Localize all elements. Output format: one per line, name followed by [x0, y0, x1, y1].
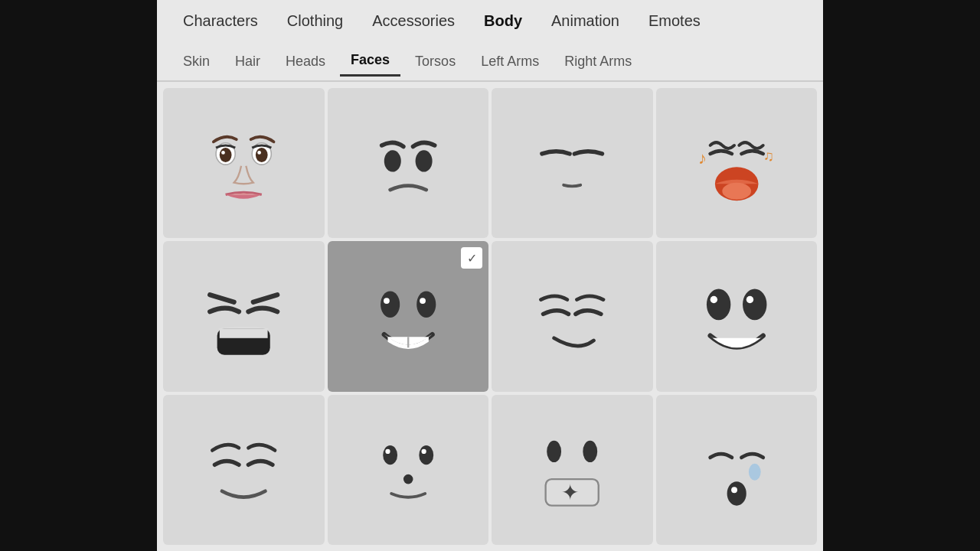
svg-point-11 [722, 182, 751, 199]
face-svg-happy-default [344, 256, 472, 377]
sub-nav-faces[interactable]: Faces [340, 46, 400, 77]
svg-point-18 [706, 289, 730, 320]
face-svg-smile-eyes [672, 256, 801, 377]
face-card-smug[interactable] [163, 395, 325, 545]
svg-point-1 [220, 148, 232, 162]
svg-point-32 [727, 482, 746, 506]
svg-point-7 [415, 150, 432, 171]
sub-nav-left-arms[interactable]: Left Arms [470, 47, 550, 76]
svg-point-24 [385, 449, 390, 454]
svg-point-14 [381, 292, 400, 318]
svg-point-22 [383, 445, 397, 465]
nav-item-body[interactable]: Body [473, 6, 533, 36]
sub-nav-hair[interactable]: Hair [224, 47, 271, 76]
face-card-smile-eyes[interactable] [656, 241, 818, 391]
svg-point-4 [256, 148, 268, 162]
svg-point-33 [731, 487, 737, 494]
nav-item-characters[interactable]: Characters [172, 6, 269, 36]
face-svg-angry-laugh [179, 256, 308, 377]
sub-nav-heads[interactable]: Heads [275, 47, 336, 76]
selected-checkmark: ✓ [461, 247, 482, 269]
svg-text:♪: ♪ [697, 148, 706, 167]
svg-point-26 [403, 474, 413, 484]
nav-item-animation[interactable]: Animation [541, 6, 630, 36]
face-svg-dot-nose [344, 409, 472, 530]
svg-point-5 [257, 151, 261, 155]
face-svg-sad [344, 103, 472, 223]
top-nav: Characters Clothing Accessories Body Ani… [157, 0, 823, 42]
app-container: Characters Clothing Accessories Body Ani… [157, 0, 823, 551]
face-svg-sleepy [672, 409, 801, 530]
svg-point-28 [583, 441, 597, 462]
face-card-dot-nose[interactable] [328, 395, 489, 545]
svg-point-21 [746, 296, 753, 303]
svg-point-6 [384, 150, 400, 171]
face-card-stern[interactable] [492, 88, 653, 238]
nav-item-emotes[interactable]: Emotes [638, 6, 711, 36]
face-grid: ♪ ♫ [157, 82, 823, 551]
svg-text:✦: ✦ [561, 480, 579, 504]
svg-point-23 [419, 445, 433, 465]
sub-nav-skin[interactable]: Skin [172, 47, 220, 76]
svg-point-27 [547, 441, 561, 462]
svg-point-15 [416, 292, 436, 318]
nav-item-clothing[interactable]: Clothing [276, 6, 354, 36]
face-card-angry-laugh[interactable] [163, 241, 325, 391]
face-card-sleepy[interactable] [656, 395, 818, 545]
face-card-happy-default[interactable]: ✓ [328, 241, 489, 391]
svg-text:♫: ♫ [763, 148, 773, 164]
svg-rect-13 [220, 328, 268, 338]
face-svg-star-mouth: ✦ [508, 409, 636, 530]
svg-point-20 [710, 296, 717, 303]
face-card-sad[interactable] [328, 88, 489, 238]
face-card-music[interactable]: ♪ ♫ [656, 88, 818, 238]
face-card-realistic[interactable] [163, 88, 325, 238]
face-svg-smirk [508, 256, 636, 377]
svg-point-16 [384, 298, 390, 304]
face-svg-smug [179, 409, 308, 530]
sub-nav-right-arms[interactable]: Right Arms [554, 47, 642, 76]
nav-item-accessories[interactable]: Accessories [361, 6, 466, 36]
face-svg-realistic [179, 103, 308, 223]
face-svg-stern [508, 103, 636, 223]
svg-point-2 [221, 151, 225, 155]
sub-nav-torsos[interactable]: Torsos [404, 47, 466, 76]
face-card-star-mouth[interactable]: ✦ [492, 395, 653, 545]
face-card-smirk[interactable] [492, 241, 653, 391]
sub-nav: Skin Hair Heads Faces Torsos Left Arms R… [157, 42, 823, 82]
svg-point-25 [421, 449, 426, 454]
face-svg-music: ♪ ♫ [672, 103, 801, 223]
svg-point-17 [420, 298, 426, 304]
svg-point-19 [743, 289, 766, 320]
